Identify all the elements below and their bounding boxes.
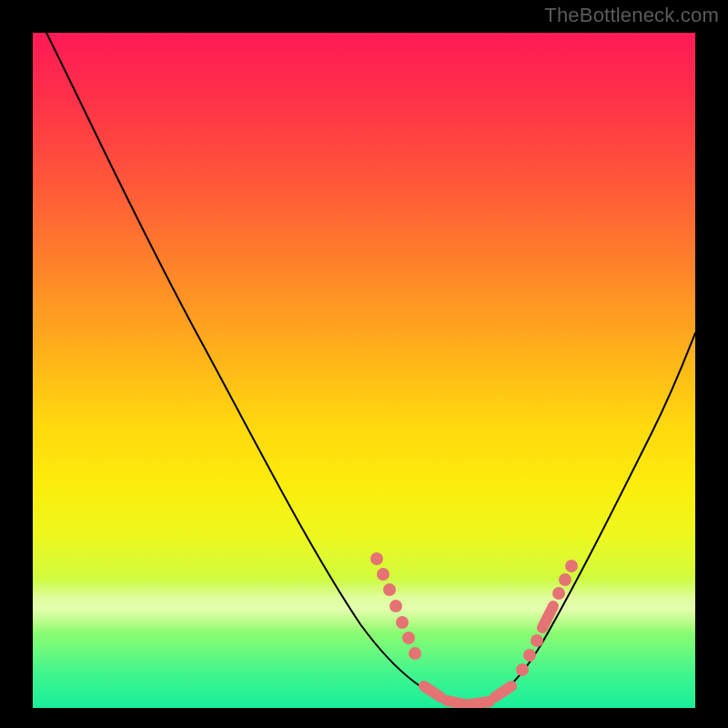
svg-point-17: [565, 560, 578, 572]
svg-line-7: [424, 686, 440, 697]
svg-point-12: [523, 649, 536, 662]
plot-area: [33, 33, 695, 708]
svg-point-4: [396, 616, 409, 629]
marker-cluster-right: [516, 560, 578, 676]
marker-cluster-left: [370, 552, 421, 660]
svg-point-15: [552, 587, 565, 600]
svg-point-16: [559, 573, 571, 586]
marker-cluster-bottom: [424, 686, 511, 704]
svg-line-10: [495, 686, 511, 697]
watermark-text: TheBottleneck.com: [544, 4, 719, 27]
svg-point-0: [370, 552, 383, 565]
svg-line-8: [447, 701, 465, 704]
svg-point-6: [409, 647, 421, 660]
chart-frame: TheBottleneck.com: [0, 0, 728, 728]
svg-point-3: [389, 600, 402, 612]
svg-point-11: [516, 663, 529, 676]
svg-line-9: [470, 702, 490, 704]
svg-point-1: [377, 568, 389, 581]
svg-point-13: [531, 634, 543, 647]
bottleneck-curve: [46, 33, 695, 704]
svg-point-5: [402, 632, 415, 644]
svg-point-2: [383, 583, 396, 596]
bottleneck-curve-svg: [33, 33, 695, 708]
